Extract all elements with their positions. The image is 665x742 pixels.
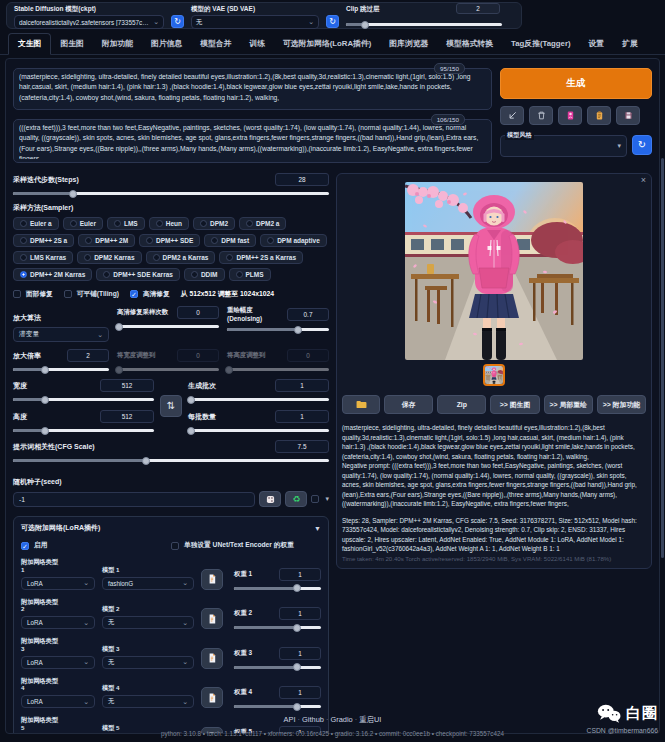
sampler-option[interactable]: DPM adaptive: [260, 234, 327, 247]
steps-slider[interactable]: [13, 192, 329, 195]
height-value[interactable]: [100, 410, 154, 423]
upscaler-select[interactable]: 潜变量 ⌄: [13, 327, 109, 342]
slider-knob[interactable]: [41, 427, 49, 435]
sampler-option[interactable]: DPM2: [193, 217, 235, 230]
save-button[interactable]: 保存: [384, 395, 433, 414]
resize-height-slider[interactable]: [227, 368, 329, 371]
lora-model-select[interactable]: 无⌄: [102, 656, 194, 669]
slider-knob[interactable]: [293, 663, 301, 671]
gradio-link[interactable]: Gradio: [330, 715, 359, 724]
tab-additional-networks[interactable]: 可选附加网络(LoRA插件): [274, 34, 380, 54]
width-slider[interactable]: [13, 398, 154, 401]
style-select[interactable]: 模型风格 ▾: [500, 135, 627, 157]
hires-fix-checkbox[interactable]: ✓: [130, 290, 138, 298]
upscale-by-slider[interactable]: [13, 368, 109, 371]
sampler-option[interactable]: DPM++ SDE Karras: [96, 268, 180, 281]
seed-input[interactable]: [13, 492, 255, 507]
save-style-button[interactable]: [616, 106, 640, 125]
tab-image-browser[interactable]: 图库浏览器: [380, 34, 437, 54]
sampler-option[interactable]: LMS: [107, 217, 145, 230]
reuse-seed-button[interactable]: ♻: [285, 491, 307, 507]
seed-extra-checkbox[interactable]: [311, 495, 319, 503]
sampler-option[interactable]: LMS Karras: [13, 251, 73, 264]
tab-tagger[interactable]: Tag反推(Tagger): [502, 34, 580, 54]
lora-type-select[interactable]: LoRA⌄: [21, 656, 95, 669]
cfg-slider[interactable]: [13, 459, 329, 462]
lora-weight-value[interactable]: [279, 686, 321, 699]
lora-enable-checkbox[interactable]: ✓: [21, 542, 29, 550]
resize-height-value[interactable]: [287, 349, 329, 362]
slider-knob[interactable]: [41, 366, 49, 374]
sampler-option[interactable]: DDIM: [184, 268, 225, 281]
sampler-option[interactable]: DPM++ 2S a Karras: [219, 251, 303, 264]
sampler-option[interactable]: Euler: [63, 217, 103, 230]
slider-knob[interactable]: [41, 396, 49, 404]
checkpoint-select[interactable]: dalceforealistictallyv2.safetensors [733…: [14, 15, 164, 29]
sampler-option[interactable]: Euler a: [13, 217, 59, 230]
lora-weight-slider[interactable]: [234, 666, 321, 669]
tab-model-converter[interactable]: 模型格式转换: [437, 34, 502, 54]
width-value[interactable]: [100, 379, 154, 392]
lora-separate-weights-checkbox[interactable]: [171, 542, 179, 550]
restore-faces-checkbox[interactable]: [13, 290, 21, 298]
swap-dimensions-button[interactable]: ⇅: [160, 395, 182, 417]
batch-count-slider[interactable]: [188, 398, 329, 401]
clear-prompt-button[interactable]: [529, 106, 553, 125]
sampler-option[interactable]: DPM2 a Karras: [146, 251, 216, 264]
apply-style-button[interactable]: [587, 106, 611, 125]
resize-width-value[interactable]: [177, 349, 219, 362]
lora-weight-slider[interactable]: [234, 587, 321, 590]
sampler-option[interactable]: DPM++ 2M: [78, 234, 135, 247]
lora-model-select[interactable]: 无⌄: [102, 616, 194, 629]
denoising-slider[interactable]: [227, 328, 329, 331]
api-link[interactable]: API: [284, 715, 303, 724]
slider-knob[interactable]: [293, 584, 301, 592]
lora-model-select[interactable]: 无⌄: [102, 695, 194, 708]
lora-weight-value[interactable]: [279, 568, 321, 581]
sampler-option-selected[interactable]: DPM++ 2M Karras: [13, 268, 92, 281]
clip-skip-slider[interactable]: [346, 23, 502, 26]
tab-train[interactable]: 训练: [240, 34, 274, 54]
cfg-value[interactable]: [275, 440, 329, 453]
upscale-by-value[interactable]: [67, 349, 109, 362]
scrollbar[interactable]: [661, 158, 664, 558]
send-to-img2img-button[interactable]: >> 图生图: [490, 395, 539, 414]
refresh-vae-button[interactable]: ↻: [326, 15, 339, 28]
generate-button[interactable]: 生成: [500, 68, 652, 99]
lora-weight-value[interactable]: [279, 647, 321, 660]
hires-steps-value[interactable]: [177, 306, 219, 319]
sampler-option[interactable]: DPM2 Karras: [77, 251, 141, 264]
close-icon[interactable]: ×: [641, 175, 646, 185]
slider-knob[interactable]: [294, 326, 302, 334]
generated-image[interactable]: [405, 182, 583, 360]
slider-knob[interactable]: [187, 427, 195, 435]
denoising-value[interactable]: [287, 308, 329, 321]
lora-metadata-button[interactable]: [201, 608, 223, 629]
lora-type-select[interactable]: LoRA⌄: [21, 577, 95, 590]
lora-type-select[interactable]: LoRA⌄: [21, 616, 95, 629]
vae-select[interactable]: 无 ⌄: [191, 15, 319, 29]
sampler-option[interactable]: Heun: [149, 217, 189, 230]
slider-knob[interactable]: [142, 457, 150, 465]
paste-params-button[interactable]: [500, 106, 524, 125]
sampler-option[interactable]: DPM++ 2S a: [13, 234, 74, 247]
slider-knob[interactable]: [225, 366, 233, 374]
slider-knob[interactable]: [69, 190, 77, 198]
refresh-styles-button[interactable]: ↻: [632, 135, 652, 155]
tab-png-info[interactable]: 图片信息: [142, 34, 191, 54]
lora-metadata-button[interactable]: [201, 569, 223, 590]
lora-weight-value[interactable]: [279, 607, 321, 620]
extra-networks-button[interactable]: [558, 106, 582, 125]
lora-weight-slider[interactable]: [234, 626, 321, 629]
collapse-icon[interactable]: ▼: [314, 525, 321, 532]
batch-count-value[interactable]: [275, 379, 329, 392]
tab-img2img[interactable]: 图生图: [51, 34, 92, 54]
batch-size-value[interactable]: [275, 410, 329, 423]
slider-knob[interactable]: [115, 323, 123, 331]
sampler-option[interactable]: PLMS: [229, 268, 271, 281]
slider-knob[interactable]: [187, 396, 195, 404]
batch-size-slider[interactable]: [188, 429, 329, 432]
sampler-option[interactable]: DPM++ SDE: [139, 234, 200, 247]
slider-knob[interactable]: [293, 703, 301, 711]
resize-width-slider[interactable]: [117, 368, 219, 371]
